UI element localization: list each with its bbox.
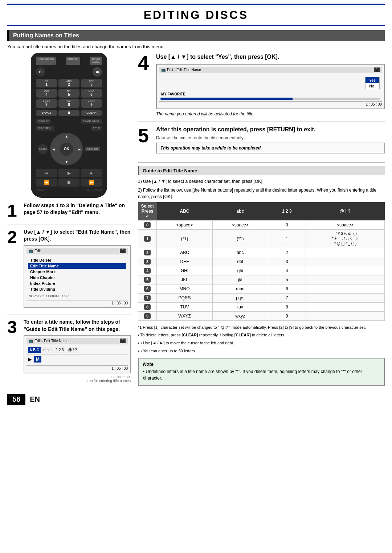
step4-number: 4	[138, 53, 152, 116]
step5-number: 5	[138, 126, 152, 157]
return-btn[interactable]: RETURN	[85, 147, 100, 151]
abc-lower-1: (*1)	[212, 229, 268, 248]
table-header-abc: ABC	[157, 202, 212, 221]
abc-lower-9: wxyz	[212, 311, 268, 320]
nav-left-icon[interactable]: ◄	[52, 147, 55, 151]
surr-label: SURR.PL.AY	[87, 189, 102, 191]
stop-btn[interactable]: ⏹	[58, 179, 79, 187]
abc-9: WXYZ	[157, 311, 212, 320]
char-set-row: A B C a b c 1 2 3 @ ! ?	[26, 346, 128, 355]
num-btn-4[interactable]: GHI4	[36, 89, 57, 98]
num-btn-3[interactable]: DEF3	[81, 79, 102, 87]
power-icon-btn[interactable]: ⏻	[36, 67, 45, 77]
display-btn[interactable]: DISPLAY	[36, 119, 51, 124]
prev-btn[interactable]: ⏮	[36, 169, 57, 177]
menu-edit-title-name: Edit Title Name	[28, 263, 126, 269]
btn-0[interactable]: 0	[144, 222, 151, 228]
screen-timestamp: NOV/20/11 11:00AM L1 SP	[26, 294, 128, 299]
btn-8[interactable]: 8	[144, 304, 151, 310]
special-0: <space>	[306, 220, 384, 229]
page-title-bar: EDITING DISCS	[7, 4, 385, 26]
left-column: STANDBY/ON SOURCE OPEN/CLOSE ⏻ ⏏ @/:1 AB…	[7, 53, 131, 388]
table-row: 3 DEF def 3	[138, 257, 385, 266]
step2-title: Use [▲ / ▼] to select "Edit Title Name",…	[24, 229, 131, 243]
transport-row2: ⏪ ⏹ ⏩	[36, 179, 102, 187]
num-9: 9	[268, 311, 306, 320]
table-header-123: 1 2 3	[268, 202, 306, 221]
transport-row1: ⏮ ▶ ⏭	[36, 169, 102, 177]
special-7	[306, 293, 384, 302]
btn-5[interactable]: 5	[144, 277, 151, 283]
ok-btn[interactable]: OK	[60, 143, 73, 156]
divider1	[7, 225, 131, 225]
page-wrapper: EDITING DISCS Putting Names on Titles Yo…	[0, 4, 392, 405]
menu-title-delete: Title Delete	[28, 257, 126, 263]
next-btn[interactable]: ⏭	[81, 169, 102, 177]
num-btn-0[interactable]: 0	[58, 110, 79, 116]
abc-lower-2: abc	[212, 248, 268, 257]
yes-option[interactable]: Yes	[366, 77, 379, 83]
note-text1: • Undefined letters in a title name are …	[143, 368, 380, 381]
btn-9[interactable]: 9	[144, 313, 151, 319]
caption-area: area for entering title names	[85, 379, 131, 383]
btn-2-cell: 2	[138, 248, 157, 257]
step3-content: To enter a title name, follow the steps …	[24, 319, 131, 383]
caption-labels: character set area for entering title na…	[85, 375, 131, 383]
special-5	[306, 275, 384, 284]
screen3-header-label: Edit - Edit Title Name	[34, 339, 69, 343]
btn-8-cell: 8	[138, 302, 157, 311]
btn-7-cell: 7	[138, 293, 157, 302]
num-btn-5[interactable]: JKL5	[58, 89, 79, 98]
abc-4: GHI	[157, 266, 212, 275]
btn-3-cell: 3	[138, 257, 157, 266]
caption-charset: character set	[85, 375, 131, 379]
btn-6[interactable]: 6	[144, 286, 151, 292]
step2-content: Use [▲ / ▼] to select "Edit Title Name",…	[24, 229, 131, 310]
step3-screen-wrapper: 📺 Edit - Edit Title Name 1 A B C a b c 1…	[24, 335, 131, 383]
fwd-btn[interactable]: ⏩	[81, 179, 102, 187]
btn-1[interactable]: 1	[144, 236, 151, 242]
num-btn-1[interactable]: @/:1	[36, 79, 57, 87]
current-char: M	[34, 356, 41, 362]
num-7: 7	[268, 293, 306, 302]
num-btn-9[interactable]: WXYZ9	[81, 99, 102, 108]
yes-no-spacer	[161, 77, 362, 89]
num-btn-2[interactable]: ABC2	[58, 79, 79, 87]
remote-control: STANDBY/ON SOURCE OPEN/CLOSE ⏻ ⏏ @/:1 AB…	[31, 53, 107, 198]
num-btn-8[interactable]: TUV8	[58, 99, 79, 108]
space-btn[interactable]: SPACE	[36, 110, 57, 116]
btn-4[interactable]: 4	[144, 268, 151, 274]
step2-time: 1 : 05 : 00	[26, 300, 128, 305]
no-option[interactable]: No	[366, 83, 379, 89]
yes-no-area: Yes No	[159, 75, 382, 91]
screen4-num: 1	[374, 67, 380, 72]
abc-1: (*1)	[157, 229, 212, 248]
clear-btn[interactable]: CLEAR	[81, 110, 102, 116]
step3-screen-header: 📺 Edit - Edit Title Name 1	[26, 338, 128, 344]
special-2	[306, 248, 384, 257]
timer-prog-btn[interactable]: TIMER PROG.	[81, 119, 102, 124]
eject-icon-btn[interactable]: ⏏	[93, 67, 102, 77]
num-btn-6[interactable]: MNO6	[81, 89, 102, 98]
nav-right-icon[interactable]: ►	[78, 147, 82, 151]
disc-menu-btn[interactable]: DISC MENU	[36, 126, 54, 131]
menu-btn[interactable]: MENU	[38, 144, 48, 154]
num-3: 3	[268, 257, 306, 266]
nav-down-icon[interactable]: ▼	[65, 160, 68, 164]
special-9	[306, 311, 384, 320]
btn-3[interactable]: 3	[144, 259, 151, 265]
btn-7[interactable]: 7	[144, 295, 151, 301]
btn-2[interactable]: 2	[144, 250, 151, 255]
step1-content: Follow steps 1 to 3 in "Deleting a Title…	[24, 202, 131, 218]
title-btn[interactable]: TITLE	[91, 126, 102, 131]
disc-title-row: DISC MENU TITLE	[36, 126, 102, 131]
num-btn-7[interactable]: PQRS7	[36, 99, 57, 108]
play-btn[interactable]: ▶	[58, 169, 79, 177]
rew-btn[interactable]: ⏪	[36, 179, 57, 187]
step3-screen: 📺 Edit - Edit Title Name 1 A B C a b c 1…	[24, 335, 131, 373]
numpad-grid: @/:1 ABC2 DEF3 GHI4 JKL5 MNO6 PQRS7 TUV8…	[36, 79, 102, 108]
step5-title: After this operation is completed, press…	[156, 126, 385, 134]
nav-up-icon[interactable]: ▲	[65, 134, 68, 138]
screen-num: 1	[120, 249, 126, 253]
special-6	[306, 284, 384, 293]
